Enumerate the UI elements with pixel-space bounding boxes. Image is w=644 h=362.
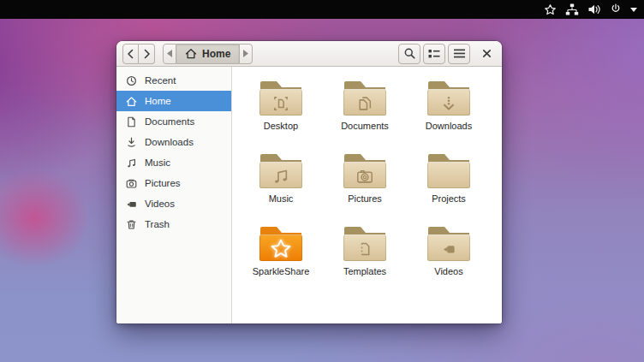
folder-icon	[259, 227, 302, 261]
caret-down-icon[interactable]	[630, 8, 637, 12]
search-icon	[403, 47, 416, 60]
pathbar-prev-icon	[167, 50, 172, 57]
desktop-emblem	[270, 92, 292, 115]
back-icon	[124, 47, 138, 61]
file-label: Downloads	[426, 121, 472, 131]
music-icon	[126, 157, 137, 169]
forward-icon	[140, 47, 153, 61]
templates-emblem	[354, 238, 376, 260]
file-item-projects[interactable]: Projects	[407, 152, 491, 225]
sidebar-item-recent[interactable]: Recent	[116, 70, 231, 91]
folder-icon	[259, 81, 302, 116]
sidebar-item-label: Trash	[145, 219, 170, 229]
trash-icon	[126, 219, 137, 230]
network-icon[interactable]	[565, 3, 579, 16]
volume-icon[interactable]	[587, 3, 601, 15]
view-toggle-button[interactable]	[423, 44, 445, 64]
downloads-icon	[126, 137, 137, 148]
pathbar-next-button[interactable]	[239, 44, 253, 64]
star-icon[interactable]	[544, 3, 557, 16]
back-button[interactable]	[122, 44, 139, 64]
pathbar-next-icon	[243, 50, 248, 57]
file-item-sparkleshare[interactable]: SparkleShare	[239, 225, 323, 298]
file-item-videos[interactable]: Videos	[407, 225, 491, 298]
header-bar: Home	[116, 41, 502, 67]
sidebar-item-music[interactable]: Music	[116, 152, 231, 173]
places-sidebar: Recent Home Documents Downloads Music Pi…	[116, 67, 232, 323]
folder-icon	[427, 227, 470, 261]
file-item-pictures[interactable]: Pictures	[323, 152, 407, 225]
file-label: Templates	[343, 266, 386, 276]
sidebar-item-label: Recent	[145, 75, 176, 86]
star-emblem	[270, 238, 292, 260]
menu-icon	[454, 49, 465, 58]
file-item-downloads[interactable]: Downloads	[407, 80, 491, 152]
sidebar-item-videos[interactable]: Videos	[116, 193, 231, 214]
documents-emblem	[354, 92, 376, 115]
history-nav	[122, 44, 155, 64]
music-emblem	[270, 165, 292, 187]
file-label: Projects	[432, 193, 466, 204]
file-label: SparkleShare	[253, 266, 310, 276]
file-item-templates[interactable]: Templates	[323, 225, 407, 298]
search-button[interactable]	[398, 44, 420, 64]
file-item-music[interactable]: Music	[239, 152, 323, 225]
folder-icon	[427, 154, 470, 188]
home-icon	[185, 48, 197, 59]
sidebar-item-trash[interactable]: Trash	[116, 214, 231, 234]
window-body: Recent Home Documents Downloads Music Pi…	[116, 67, 502, 323]
path-bar: Home	[163, 44, 253, 64]
pictures-icon	[126, 178, 137, 189]
file-item-desktop[interactable]: Desktop	[239, 80, 323, 152]
file-label: Videos	[434, 266, 462, 276]
file-label: Desktop	[264, 121, 298, 131]
forward-button[interactable]	[139, 44, 155, 64]
documents-icon	[126, 116, 137, 128]
file-label: Music	[269, 193, 294, 204]
headerbar-actions	[398, 44, 496, 64]
desktop: Home Recent Home Documents Downloads Mus…	[0, 0, 644, 362]
sidebar-item-label: Videos	[145, 199, 175, 209]
sidebar-item-documents[interactable]: Documents	[116, 111, 231, 132]
sidebar-item-pictures[interactable]: Pictures	[116, 173, 231, 193]
home-icon	[126, 96, 137, 107]
sidebar-item-label: Music	[145, 157, 170, 168]
no-emblem	[438, 165, 460, 187]
pathbar-location-label: Home	[202, 48, 230, 60]
videos-icon	[126, 199, 137, 210]
folder-icon	[343, 154, 386, 188]
folder-icon	[343, 81, 386, 116]
sidebar-item-label: Documents	[145, 116, 194, 127]
pathbar-prev-button[interactable]	[163, 44, 176, 64]
sidebar-item-label: Pictures	[145, 178, 181, 188]
menu-button[interactable]	[448, 44, 470, 64]
top-bar	[0, 0, 644, 19]
sidebar-item-label: Home	[145, 96, 171, 106]
folder-icon	[427, 81, 470, 116]
videos-emblem	[438, 238, 460, 260]
downloads-emblem	[438, 92, 460, 115]
sidebar-item-downloads[interactable]: Downloads	[116, 132, 231, 152]
power-icon[interactable]	[610, 3, 622, 15]
close-icon	[481, 48, 492, 59]
status-icons	[544, 3, 637, 16]
file-label: Pictures	[348, 193, 382, 204]
sidebar-item-home[interactable]: Home	[116, 91, 231, 111]
sidebar-item-label: Downloads	[145, 137, 194, 147]
close-button[interactable]	[477, 44, 496, 64]
files-window: Home Recent Home Documents Downloads Mus…	[116, 41, 502, 323]
file-label: Documents	[341, 121, 389, 131]
file-grid: Desktop Documents Downloads Music Pictur…	[232, 67, 502, 323]
pictures-emblem	[354, 165, 376, 187]
view-list-icon	[428, 49, 440, 59]
recent-icon	[126, 75, 137, 86]
file-item-documents[interactable]: Documents	[323, 80, 407, 152]
folder-icon	[259, 154, 302, 188]
pathbar-location-button[interactable]: Home	[176, 44, 239, 64]
folder-icon	[343, 227, 386, 261]
